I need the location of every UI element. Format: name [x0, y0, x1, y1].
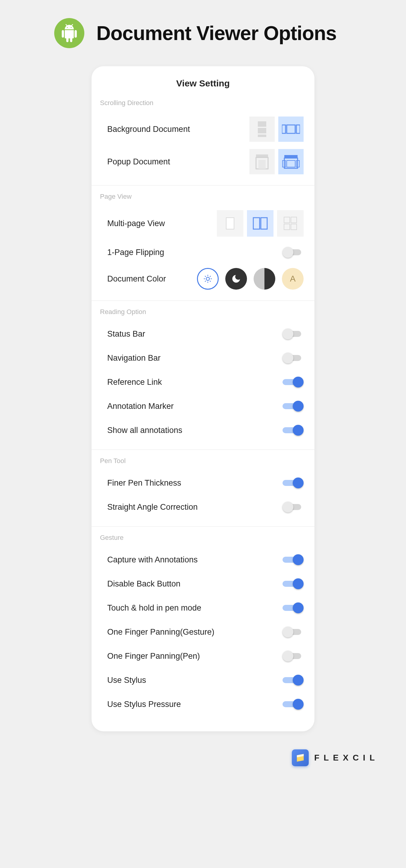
- toggle-disable-back[interactable]: [283, 578, 303, 589]
- section-page-view: Page View Multi-page View 1-Page Flippin…: [92, 193, 314, 293]
- label-ref-link: Reference Link: [107, 377, 162, 387]
- row-ref-link: Reference Link: [100, 370, 306, 394]
- settings-panel: View Setting Scrolling Direction Backgro…: [92, 66, 314, 731]
- row-status-bar: Status Bar: [100, 322, 306, 346]
- label-one-finger-g: One Finger Panning(Gesture): [107, 627, 214, 637]
- toggle-ref-link[interactable]: [283, 377, 303, 388]
- color-sepia-option[interactable]: A: [282, 268, 303, 290]
- svg-rect-15: [253, 218, 260, 229]
- section-label-gesture: Gesture: [100, 534, 306, 541]
- color-half-option[interactable]: [254, 268, 275, 290]
- section-gesture: Gesture Capture with Annotations Disable…: [92, 534, 314, 716]
- sepia-letter: A: [290, 274, 296, 284]
- popup-doc-scroll-options: [250, 149, 303, 174]
- popup-doc-horizontal-option[interactable]: [278, 149, 303, 174]
- section-label-page-view: Page View: [100, 193, 306, 200]
- label-disable-back: Disable Back Button: [107, 579, 180, 589]
- row-disable-back: Disable Back Button: [100, 572, 306, 596]
- row-flip: 1-Page Flipping: [100, 240, 306, 265]
- row-hold-pen: Touch & hold in pen mode: [100, 596, 306, 620]
- row-finer: Finer Pen Thickness: [100, 471, 306, 495]
- svg-rect-5: [296, 125, 300, 133]
- toggle-angle[interactable]: [283, 502, 303, 513]
- divider: [92, 526, 314, 527]
- svg-rect-20: [291, 224, 297, 230]
- row-one-finger-g: One Finger Panning(Gesture): [100, 620, 306, 644]
- label-anno-marker: Annotation Marker: [107, 402, 174, 411]
- svg-rect-16: [261, 218, 267, 229]
- label-flip: 1-Page Flipping: [107, 248, 164, 257]
- svg-line-29: [210, 276, 211, 277]
- toggle-flip[interactable]: [283, 247, 303, 258]
- label-background-document: Background Document: [107, 125, 190, 134]
- panel-title: View Setting: [92, 78, 314, 89]
- label-popup-document: Popup Document: [107, 157, 170, 166]
- bg-doc-horizontal-option[interactable]: [278, 117, 303, 142]
- doc-color-options: A: [197, 268, 303, 290]
- toggle-finer[interactable]: [283, 477, 303, 488]
- label-capture: Capture with Annotations: [107, 555, 198, 564]
- section-label-scrolling: Scrolling Direction: [100, 99, 306, 107]
- label-stylus-press: Use Stylus Pressure: [107, 700, 181, 709]
- android-icon: [54, 18, 84, 48]
- divider: [92, 301, 314, 301]
- popup-doc-vertical-option[interactable]: [250, 149, 275, 174]
- section-label-pen: Pen Tool: [100, 457, 306, 465]
- row-angle: Straight Angle Correction: [100, 495, 306, 519]
- bg-doc-scroll-options: [250, 117, 303, 142]
- multi-page-options: [217, 210, 303, 237]
- row-show-all: Show all annotations: [100, 418, 306, 442]
- toggle-stylus[interactable]: [283, 675, 303, 686]
- bg-doc-vertical-option[interactable]: [250, 117, 275, 142]
- svg-rect-3: [282, 125, 286, 133]
- footer: FLEXCIL: [0, 731, 406, 766]
- section-pen: Pen Tool Finer Pen Thickness Straight An…: [92, 457, 314, 519]
- color-dark-option[interactable]: [225, 268, 247, 290]
- row-popup-document: Popup Document: [100, 146, 306, 178]
- toggle-status-bar[interactable]: [283, 329, 303, 339]
- label-one-finger-p: One Finger Panning(Pen): [107, 652, 200, 661]
- section-scrolling: Scrolling Direction Background Document …: [92, 99, 314, 178]
- label-hold-pen: Touch & hold in pen mode: [107, 603, 201, 613]
- svg-rect-18: [291, 217, 297, 223]
- svg-rect-1: [258, 128, 266, 133]
- multi-page-2-option[interactable]: [247, 210, 273, 237]
- toggle-show-all[interactable]: [283, 425, 303, 436]
- row-multi-page: Multi-page View: [100, 207, 306, 240]
- label-show-all: Show all annotations: [107, 426, 182, 435]
- page-header: Document Viewer Options: [0, 18, 406, 48]
- multi-page-1-option[interactable]: [217, 210, 243, 237]
- toggle-nav-bar[interactable]: [283, 352, 303, 363]
- page-title: Document Viewer Options: [96, 22, 337, 44]
- section-reading: Reading Option Status Bar Navigation Bar…: [92, 308, 314, 442]
- svg-rect-12: [287, 160, 295, 167]
- row-one-finger-p: One Finger Panning(Pen): [100, 644, 306, 668]
- toggle-stylus-press[interactable]: [283, 699, 303, 710]
- toggle-capture[interactable]: [283, 554, 303, 565]
- svg-rect-8: [258, 160, 266, 169]
- svg-rect-0: [258, 121, 266, 127]
- svg-rect-4: [287, 125, 295, 133]
- svg-rect-14: [226, 218, 234, 229]
- flexcil-logo-icon: [292, 749, 309, 766]
- row-background-document: Background Document: [100, 113, 306, 146]
- svg-line-28: [205, 281, 206, 282]
- toggle-anno-marker[interactable]: [283, 401, 303, 411]
- row-stylus-press: Use Stylus Pressure: [100, 692, 306, 716]
- svg-rect-17: [284, 217, 290, 223]
- section-label-reading: Reading Option: [100, 308, 306, 316]
- toggle-hold-pen[interactable]: [283, 602, 303, 613]
- row-anno-marker: Annotation Marker: [100, 394, 306, 418]
- label-multi-page: Multi-page View: [107, 219, 165, 228]
- multi-page-4-option[interactable]: [277, 210, 303, 237]
- label-finer: Finer Pen Thickness: [107, 478, 181, 488]
- svg-line-27: [210, 281, 211, 282]
- svg-line-26: [205, 276, 206, 277]
- label-nav-bar: Navigation Bar: [107, 353, 161, 363]
- toggle-one-finger-p[interactable]: [283, 651, 303, 661]
- row-stylus: Use Stylus: [100, 668, 306, 692]
- color-light-option[interactable]: [197, 268, 219, 290]
- label-doc-color: Document Color: [107, 274, 166, 284]
- toggle-one-finger-g[interactable]: [283, 626, 303, 638]
- svg-rect-19: [284, 224, 290, 230]
